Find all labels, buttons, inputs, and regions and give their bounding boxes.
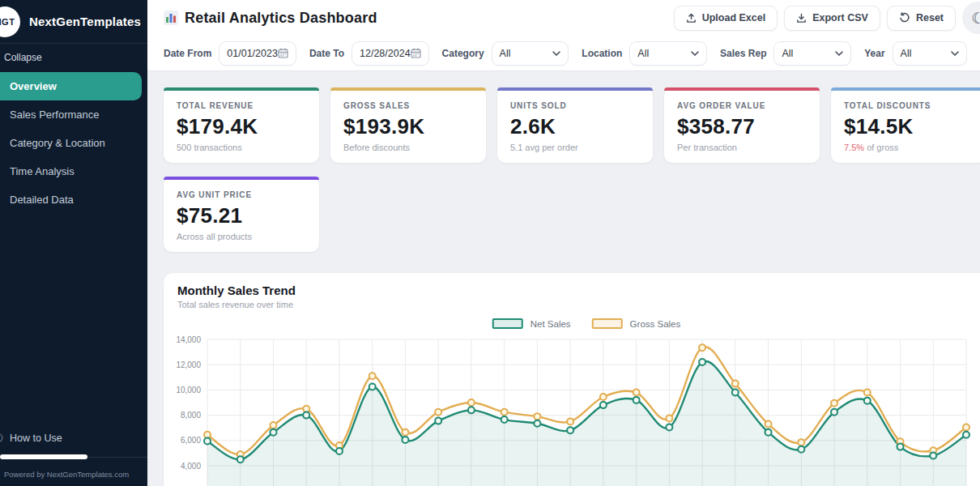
filter-bar: Date From 01/01/2023 Date To 12/28/2024 … (147, 36, 980, 71)
sidebar-item-category-location[interactable]: ◔ Category & Location (0, 129, 147, 157)
sidebar-footer-text: Powered by NextGenTemplates.com (0, 468, 147, 486)
kpi-card-units-sold: UNITS SOLD 2.6K 5.1 avg per order (497, 87, 653, 163)
kpi-value: $75.21 (177, 203, 306, 228)
svg-text:14,000: 14,000 (176, 335, 201, 344)
reset-button[interactable]: Reset (887, 6, 956, 31)
kpi-accent-bar (164, 177, 319, 180)
chart-subtitle: Total sales revenue over time (177, 300, 980, 309)
chevron-down-icon (691, 51, 699, 56)
chart-header: Monthly Sales Trend Total sales revenue … (164, 273, 980, 309)
date-to-value: 12/28/2024 (360, 48, 411, 59)
chevron-down-icon (552, 51, 560, 56)
kpi-label: AVG UNIT PRICE (177, 190, 306, 199)
category-select[interactable]: All (492, 41, 569, 66)
sidebar-item-detailed-data[interactable]: ▦ Detailed Data (0, 185, 147, 214)
kpi-label: UNITS SOLD (510, 101, 640, 110)
sales-rep-value: All (782, 48, 793, 59)
kpi-value: $358.77 (677, 114, 807, 139)
kpi-card-total-revenue: TOTAL REVENUE $179.4K 500 transactions (164, 87, 319, 163)
kpi-subtext: 5.1 avg per order (510, 143, 640, 152)
kpi-card-total-discounts: TOTAL DISCOUNTS $14.5K 7.5% of gross (831, 87, 980, 163)
location-value: All (637, 48, 649, 59)
sidebar-collapse-button[interactable]: Collapse (0, 44, 147, 71)
sidebar-item-sales-performance[interactable]: ▫ Sales Performance (0, 100, 147, 129)
how-to-use-button[interactable]: ⓘ How to Use (0, 426, 147, 450)
brand-logo: NGT (0, 6, 20, 37)
kpi-label: TOTAL DISCOUNTS (844, 101, 974, 110)
upload-excel-button[interactable]: Upload Excel (674, 6, 778, 31)
brand-name: NextGenTemplates (29, 15, 141, 28)
chart-title: Monthly Sales Trend (177, 284, 980, 297)
kpi-accent-bar (497, 87, 653, 91)
date-from-value: 01/01/2023 (227, 48, 278, 59)
kpi-subtext: 500 transactions (177, 143, 306, 152)
svg-text:12,000: 12,000 (176, 360, 201, 369)
year-label: Year (864, 48, 884, 59)
pie-chart-icon: ◔ (0, 137, 2, 149)
main-area: Retail Analytics Dashboard Upload Excel … (147, 0, 980, 486)
kpi-card-avg-unit-price: AVG UNIT PRICE $75.21 Across all product… (164, 177, 319, 252)
brand-row: NGT NextGenTemplates (0, 0, 147, 44)
date-to-label: Date To (309, 48, 344, 59)
sales-rep-select[interactable]: All (773, 41, 851, 66)
year-value: All (901, 48, 912, 59)
kpi-subtext: Before discounts (343, 143, 473, 152)
kpi-subtext: Across all products (177, 232, 306, 241)
date-to-input[interactable]: 12/28/2024 (352, 41, 429, 66)
export-csv-label: Export CSV (812, 12, 868, 23)
sidebar: NGT NextGenTemplates Collapse ⌂ Overview… (0, 0, 147, 486)
location-select[interactable]: All (629, 41, 707, 66)
kpi-accent-bar (164, 87, 319, 91)
sidebar-item-overview[interactable]: ⌂ Overview (0, 72, 142, 100)
svg-text:6,000: 6,000 (181, 436, 201, 445)
kpi-value: $14.5K (844, 114, 974, 139)
kpi-accent-bar (831, 87, 980, 91)
sidebar-item-label: Sales Performance (10, 109, 100, 121)
moon-icon: ☾ (971, 9, 980, 27)
year-select[interactable]: All (893, 41, 967, 66)
export-csv-button[interactable]: Export CSV (784, 6, 880, 31)
kpi-value: $193.9K (343, 114, 473, 139)
date-from-input[interactable]: 01/01/2023 (219, 41, 296, 66)
chevron-down-icon (951, 51, 959, 56)
date-from-label: Date From (164, 48, 211, 59)
clock-icon: ◴ (0, 165, 2, 177)
reset-label: Reset (916, 12, 944, 23)
location-label: Location (582, 48, 622, 59)
upload-icon (686, 13, 697, 23)
kpi-grid: TOTAL REVENUE $179.4K 500 transactions G… (164, 87, 980, 252)
chevron-down-icon (835, 51, 843, 56)
kpi-value: $179.4K (177, 114, 306, 139)
theme-toggle-button[interactable]: ☾ (962, 2, 980, 34)
kpi-subtext: Per transaction (677, 143, 807, 152)
sales-trend-chart[interactable]: 4,0006,0008,00010,00012,00014,000 (164, 326, 980, 486)
reset-icon (899, 12, 910, 23)
how-to-use-label: How to Use (10, 433, 62, 444)
sidebar-item-label: Detailed Data (10, 194, 74, 206)
bar-chart-emoji-icon (164, 11, 178, 25)
help-icon: ⓘ (0, 432, 6, 446)
kpi-label: GROSS SALES (343, 101, 473, 110)
kpi-label: TOTAL REVENUE (177, 101, 306, 110)
kpi-card-avg-order-value: AVG ORDER VALUE $358.77 Per transaction (664, 87, 820, 163)
kpi-accent-bar (330, 87, 486, 91)
horizontal-scrollbar-thumb[interactable] (0, 454, 87, 459)
home-icon: ⌂ (0, 80, 2, 92)
monthly-sales-trend-card: Monthly Sales Trend Total sales revenue … (164, 273, 980, 486)
sidebar-item-label: Category & Location (10, 137, 105, 149)
sidebar-item-label: Overview (10, 80, 57, 92)
svg-text:8,000: 8,000 (181, 411, 201, 420)
top-header: Retail Analytics Dashboard Upload Excel … (147, 0, 980, 36)
calendar-icon (411, 48, 421, 58)
sales-rep-label: Sales Rep (720, 48, 766, 59)
content-area: TOTAL REVENUE $179.4K 500 transactions G… (147, 71, 980, 486)
kpi-subtext: 7.5% of gross (844, 143, 974, 152)
kpi-label: AVG ORDER VALUE (677, 101, 807, 110)
sidebar-item-time-analysis[interactable]: ◴ Time Analysis (0, 157, 147, 185)
calendar-icon (278, 48, 288, 58)
horizontal-scrollbar-track[interactable] (0, 457, 147, 468)
download-icon (796, 13, 807, 23)
header-actions: Upload Excel Export CSV Reset ☾ (674, 2, 980, 34)
svg-text:4,000: 4,000 (181, 462, 201, 471)
sidebar-item-label: Time Analysis (10, 165, 75, 177)
